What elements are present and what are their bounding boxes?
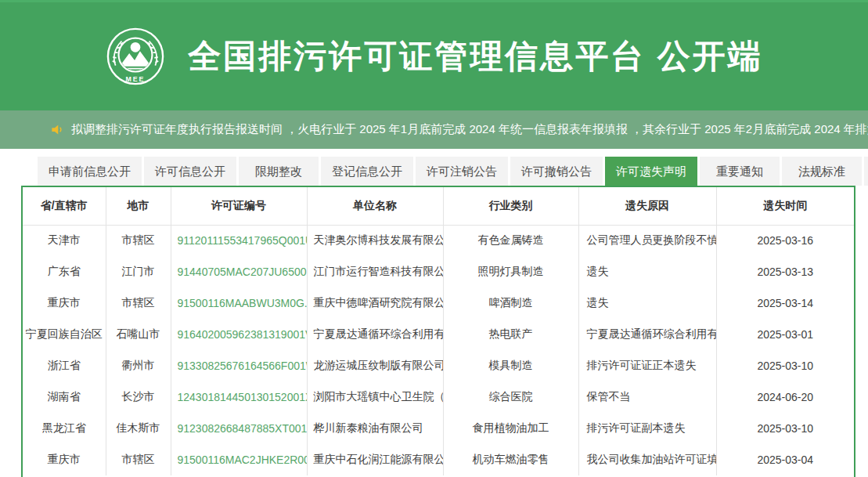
- tab-online-declaration[interactable]: 网上申报: [864, 157, 868, 186]
- cell-date: 2025-03-16: [716, 225, 854, 256]
- tab-pre-application-info[interactable]: 申请前信息公开: [38, 157, 142, 186]
- cell-city: 市辖区: [106, 287, 171, 319]
- permit-number-link[interactable]: 916402005962381319001V: [178, 328, 308, 341]
- cell-province: 重庆市: [23, 444, 106, 475]
- cell-industry: 综合医院: [443, 381, 578, 413]
- cell-province: 宁夏回族自治区: [23, 319, 106, 350]
- tab-loss-declaration[interactable]: 许可遗失声明: [605, 157, 697, 186]
- cell-company: 江门市运行智造科技有限公司: [307, 256, 443, 287]
- permit-number-link[interactable]: 91440705MAC207JU65001U: [178, 266, 308, 278]
- col-header-reason: 遗失原因: [578, 187, 716, 225]
- cell-reason: 排污许可证副本遗失: [578, 413, 716, 444]
- cell-date: 2025-03-13: [716, 256, 854, 287]
- cell-permit-no: 91500116MAABWU3M0G...: [171, 287, 307, 319]
- cell-reason: 排污许可证证正本遗失: [578, 350, 716, 381]
- cell-reason: 遗失: [578, 287, 716, 319]
- tab-registration-info[interactable]: 登记信息公开: [321, 157, 413, 186]
- cell-company: 天津奥尔博科技发展有限公司: [307, 225, 443, 256]
- cell-date: 2025-03-10: [716, 413, 854, 444]
- permit-number-link[interactable]: 91120111553417965Q001U: [178, 234, 308, 247]
- cell-city: 市辖区: [106, 225, 171, 256]
- announcement-bar: 拟调整排污许可证年度执行报告报送时间 ，火电行业于 2025 年1月底前完成 2…: [0, 110, 868, 149]
- col-header-city: 地市: [106, 187, 171, 225]
- cell-city: 石嘴山市: [106, 319, 171, 350]
- cell-date: 2025-03-04: [716, 444, 854, 475]
- table-row: 浙江省 衢州市 91330825676164566F001W 龙游运城压纹制版有…: [23, 350, 854, 381]
- table-body: 天津市 市辖区 91120111553417965Q001U 天津奥尔博科技发展…: [23, 225, 854, 475]
- cell-reason: 公司管理人员更换阶段不慎...: [578, 225, 716, 256]
- cell-company: 重庆中石化润江能源有限公...: [307, 444, 443, 475]
- col-header-date: 遗失时间: [716, 187, 854, 225]
- col-header-company: 单位名称: [307, 187, 443, 225]
- cell-industry: 啤酒制造: [443, 287, 578, 319]
- col-header-permit-no: 许可证编号: [171, 187, 307, 225]
- table-row: 天津市 市辖区 91120111553417965Q001U 天津奥尔博科技发展…: [23, 225, 854, 256]
- loss-declaration-table: 省/直辖市 地市 许可证编号 单位名称 行业类别 遗失原因 遗失时间 天津市 市…: [23, 187, 854, 475]
- table-row: 重庆市 市辖区 91500116MAABWU3M0G... 重庆中德啤酒研究院有…: [23, 287, 854, 319]
- cell-industry: 机动车燃油零售: [443, 444, 578, 475]
- cell-city: 市辖区: [106, 444, 171, 475]
- cell-permit-no: 124301814450130152001X: [171, 381, 307, 413]
- cell-province: 湖南省: [23, 381, 106, 413]
- permit-number-link[interactable]: 91330825676164566F001W: [178, 360, 308, 372]
- tab-rectification[interactable]: 限期整改: [239, 157, 319, 186]
- cell-reason: 宁夏晟达通循环综合利用有...: [578, 319, 716, 350]
- cell-reason: 保管不当: [578, 381, 716, 413]
- speaker-icon: [50, 122, 65, 137]
- mee-logo-icon: MEE: [105, 26, 166, 87]
- cell-province: 重庆市: [23, 287, 106, 319]
- table-row: 湖南省 长沙市 124301814450130152001X 浏阳市大瑶镇中心卫…: [23, 381, 854, 413]
- cell-permit-no: 91440705MAC207JU65001U: [171, 256, 307, 287]
- col-header-province: 省/直辖市: [23, 187, 106, 225]
- cell-company: 重庆中德啤酒研究院有限公司: [307, 287, 443, 319]
- cell-permit-no: 9123082668487885XT001X: [171, 413, 307, 444]
- tab-cancellation-notice[interactable]: 许可注销公告: [416, 157, 508, 186]
- permit-number-link[interactable]: 9123082668487885XT001X: [178, 422, 308, 435]
- cell-date: 2025-03-14: [716, 287, 854, 319]
- page-title: 全国排污许可证管理信息平台 公开端: [188, 34, 763, 78]
- cell-city: 佳木斯市: [106, 413, 171, 444]
- cell-city: 江门市: [106, 256, 171, 287]
- cell-industry: 有色金属铸造: [443, 225, 578, 256]
- cell-province: 广东省: [23, 256, 106, 287]
- cell-company: 桦川新泰粮油有限公司: [307, 413, 443, 444]
- cell-province: 黑龙江省: [23, 413, 106, 444]
- cell-company: 宁夏晟达通循环综合利用有...: [307, 319, 443, 350]
- logo-mee-text: MEE: [126, 75, 146, 83]
- permit-number-link[interactable]: 124301814450130152001X: [178, 391, 308, 403]
- cell-permit-no: 916402005962381319001V: [171, 319, 307, 350]
- tab-revocation-notice[interactable]: 许可撤销公告: [510, 157, 603, 186]
- cell-permit-no: 91500116MAC2JHKE2R00...: [171, 444, 307, 475]
- cell-date: 2025-03-10: [716, 350, 854, 381]
- cell-date: 2024-06-20: [716, 381, 854, 413]
- loss-declaration-panel: 省/直辖市 地市 许可证编号 单位名称 行业类别 遗失原因 遗失时间 天津市 市…: [21, 186, 855, 477]
- cell-industry: 热电联产: [443, 319, 578, 350]
- cell-company: 龙游运城压纹制版有限公司: [307, 350, 443, 381]
- cell-industry: 模具制造: [443, 350, 578, 381]
- announcement-text[interactable]: 拟调整排污许可证年度执行报告报送时间 ，火电行业于 2025 年1月底前完成 2…: [71, 122, 868, 137]
- cell-reason: 遗失: [578, 256, 716, 287]
- main-nav: 申请前信息公开 许可信息公开 限期整改 登记信息公开 许可注销公告 许可撤销公告…: [0, 149, 868, 186]
- tab-important-notice[interactable]: 重要通知: [700, 157, 780, 186]
- cell-city: 长沙市: [106, 381, 171, 413]
- table-row: 黑龙江省 佳木斯市 9123082668487885XT001X 桦川新泰粮油有…: [23, 413, 854, 444]
- table-row: 重庆市 市辖区 91500116MAC2JHKE2R00... 重庆中石化润江能…: [23, 444, 854, 475]
- cell-province: 天津市: [23, 225, 106, 256]
- cell-permit-no: 91330825676164566F001W: [171, 350, 307, 381]
- cell-permit-no: 91120111553417965Q001U: [171, 225, 307, 256]
- table-row: 广东省 江门市 91440705MAC207JU65001U 江门市运行智造科技…: [23, 256, 854, 287]
- cell-reason: 我公司收集加油站许可证填...: [578, 444, 716, 475]
- site-header: MEE 全国排污许可证管理信息平台 公开端: [0, 0, 868, 110]
- col-header-industry: 行业类别: [443, 187, 578, 225]
- table-header-row: 省/直辖市 地市 许可证编号 单位名称 行业类别 遗失原因 遗失时间: [23, 187, 854, 225]
- permit-number-link[interactable]: 91500116MAC2JHKE2R00...: [178, 454, 308, 466]
- permit-number-link[interactable]: 91500116MAABWU3M0G...: [178, 297, 308, 309]
- tab-regulations[interactable]: 法规标准: [782, 157, 862, 186]
- cell-industry: 食用植物油加工: [443, 413, 578, 444]
- table-row: 宁夏回族自治区 石嘴山市 916402005962381319001V 宁夏晟达…: [23, 319, 854, 350]
- cell-company: 浏阳市大瑶镇中心卫生院（...: [307, 381, 443, 413]
- cell-date: 2025-03-01: [716, 319, 854, 350]
- cell-industry: 照明灯具制造: [443, 256, 578, 287]
- cell-province: 浙江省: [23, 350, 106, 381]
- tab-permit-info[interactable]: 许可信息公开: [144, 157, 236, 186]
